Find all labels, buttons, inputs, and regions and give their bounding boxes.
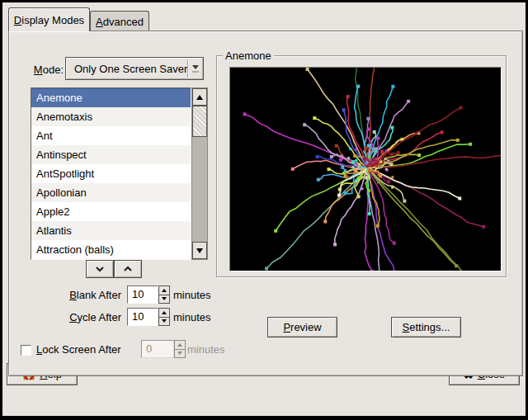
scrollbar-down-button[interactable]: [192, 242, 207, 259]
spin-down-icon: [177, 352, 182, 355]
spin-down-button[interactable]: [158, 318, 170, 327]
list-item[interactable]: Apollonian: [31, 183, 191, 202]
spin-down-button: [174, 350, 186, 359]
spin-down-button[interactable]: [158, 295, 170, 304]
preview-button-label: Preview: [283, 321, 321, 333]
spin-up-button[interactable]: [158, 286, 170, 295]
list-scrollbar[interactable]: [191, 87, 208, 260]
lock-screen-checkbox[interactable]: [21, 345, 31, 356]
settings-button-label: Settings...: [403, 321, 450, 333]
lock-after-spinner: [174, 340, 186, 358]
preview-frame: [229, 67, 502, 271]
display-modes-page: Mode: Only One Screen Saver AnemoneAnemo…: [8, 31, 523, 376]
spin-up-icon: [162, 311, 167, 314]
spin-up-button: [174, 340, 186, 350]
list-item[interactable]: Antinspect: [31, 145, 191, 164]
chevron-up-icon: [123, 266, 133, 272]
cycle-after-spinner: [158, 308, 170, 326]
next-saver-button[interactable]: [86, 260, 114, 278]
blank-after-unit: minutes: [173, 289, 211, 301]
list-item[interactable]: Anemone: [31, 88, 191, 107]
cycle-after-label: Cycle After: [28, 311, 121, 323]
spin-down-icon: [162, 319, 167, 323]
spin-up-icon: [177, 343, 182, 347]
lock-after-input: 0: [141, 340, 174, 358]
previous-saver-button[interactable]: [114, 260, 142, 278]
preview-button[interactable]: Preview: [267, 317, 337, 337]
dropdown-arrow-icon: [188, 65, 203, 73]
blank-after-input[interactable]: 10: [127, 286, 158, 304]
cycle-after-unit: minutes: [173, 311, 211, 323]
scrollbar-up-button[interactable]: [192, 88, 207, 106]
tab-advanced[interactable]: Advanced: [90, 11, 149, 31]
preview-groupbox: Anemone: [216, 55, 507, 277]
lock-screen-label: Lock Screen After: [36, 343, 121, 356]
cycle-after-input[interactable]: 10: [127, 308, 158, 326]
preview-group-title: Anemone: [223, 50, 274, 62]
up-triangle-icon: [196, 95, 203, 100]
down-triangle-icon: [196, 248, 203, 253]
spin-up-icon: [162, 289, 167, 292]
mode-dropdown[interactable]: Only One Screen Saver: [65, 57, 204, 80]
anemone-preview: [230, 68, 501, 271]
scrollbar-thumb[interactable]: [192, 106, 207, 137]
lock-after-unit: minutes: [187, 343, 225, 356]
mode-dropdown-value: Only One Screen Saver: [66, 63, 187, 75]
list-item[interactable]: Anemotaxis: [31, 107, 191, 126]
blank-after-label: Blank After: [28, 289, 121, 301]
screensaver-list: AnemoneAnemotaxisAntAntinspectAntSpotlig…: [31, 87, 191, 260]
tab-display-modes[interactable]: Display Modes: [8, 7, 90, 31]
list-item[interactable]: AntSpotlight: [31, 164, 191, 183]
mode-label: Mode:: [19, 64, 64, 76]
blank-after-spinner: [158, 286, 170, 304]
list-item[interactable]: Attraction (balls): [31, 240, 191, 259]
list-item[interactable]: Apple2: [31, 202, 191, 221]
tab-advanced-label: Advanced: [96, 16, 144, 28]
list-item[interactable]: Ant: [31, 126, 191, 145]
settings-button[interactable]: Settings...: [391, 317, 461, 337]
spin-down-icon: [162, 297, 167, 300]
chevron-down-icon: [95, 266, 105, 272]
tab-display-modes-label: Display Modes: [14, 14, 84, 26]
screensaver-preferences-window: Display Modes Advanced Mode: Only One Sc…: [0, 0, 528, 420]
list-item[interactable]: Atlantis: [31, 221, 191, 240]
spin-up-button[interactable]: [158, 308, 170, 318]
